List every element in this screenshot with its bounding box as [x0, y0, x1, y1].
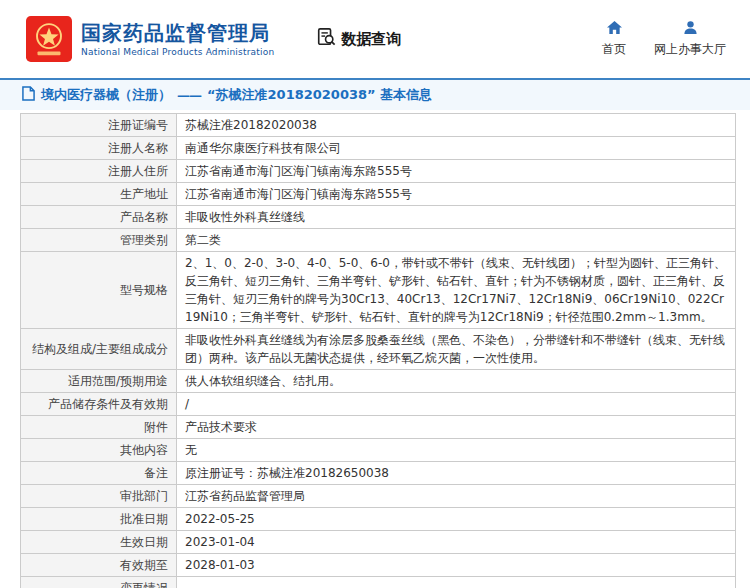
row-label-text: 产品储存条件及有效期: [48, 397, 168, 411]
table-row: 变更情况: [21, 577, 736, 588]
row-label: 备注: [21, 462, 177, 485]
row-label: 批准日期: [21, 508, 177, 531]
header-nav: 首页 网上办事大厅: [602, 20, 734, 58]
table-row: 生产地址江苏省南通市海门区海门镇南海东路555号: [21, 183, 736, 206]
row-value: 非吸收性外科真丝缝线为有涂层多股桑蚕丝线（黑色、不染色），分带缝针和不带缝针（线…: [177, 329, 736, 370]
row-label-text: 适用范围/预期用途: [68, 374, 168, 388]
table-row: 有效期至2028-01-03: [21, 554, 736, 577]
row-value-text: 非吸收性外科真丝缝线: [185, 210, 305, 224]
table-row: 审批部门江苏省药品监督管理局: [21, 485, 736, 508]
table-row: 型号规格2、1、0、2-0、3-0、4-0、5-0、6-0，带针或不带针（线束、…: [21, 252, 736, 329]
row-label-text: 注册证编号: [108, 118, 168, 132]
row-label: 附件: [21, 416, 177, 439]
table-row: 注册人名称南通华尔康医疗科技有限公司: [21, 137, 736, 160]
row-value-text: /: [185, 397, 189, 411]
row-value-text: 2023-01-04: [185, 535, 255, 549]
row-value: 2022-05-25: [177, 508, 736, 531]
header: 国家药品监督管理局 National Medical Products Admi…: [0, 0, 750, 78]
row-label-text: 附件: [144, 420, 168, 434]
row-value-text: 2028-01-03: [185, 558, 255, 572]
row-label: 其他内容: [21, 439, 177, 462]
row-value-text: 非吸收性外科真丝缝线为有涂层多股桑蚕丝线（黑色、不染色），分带缝针和不带缝针（线…: [185, 333, 725, 365]
nmpa-logo-icon: [26, 16, 72, 62]
nav-home-label: 首页: [602, 41, 626, 58]
breadcrumb-category[interactable]: 境内医疗器械（注册）: [41, 86, 171, 104]
row-value-text: 无: [185, 443, 197, 457]
row-label: 审批部门: [21, 485, 177, 508]
row-value-text: 江苏省南通市海门区海门镇南海东路555号: [185, 187, 412, 201]
row-label-text: 结构及组成/主要组成成分: [32, 342, 168, 356]
row-label: 型号规格: [21, 252, 177, 329]
row-label: 注册人住所: [21, 160, 177, 183]
row-label-text: 有效期至: [120, 558, 168, 572]
row-value-text: 产品技术要求: [185, 420, 257, 434]
nav-service-hall-label: 网上办事大厅: [654, 41, 726, 58]
row-label: 生产地址: [21, 183, 177, 206]
row-label: 有效期至: [21, 554, 177, 577]
row-value-text: 2、1、0、2-0、3-0、4-0、5-0、6-0，带针或不带针（线束、无针线团…: [185, 256, 726, 324]
nav-home[interactable]: 首页: [602, 20, 626, 58]
data-query-icon: [316, 27, 336, 51]
row-label-text: 其他内容: [120, 443, 168, 457]
registration-table-wrap: 注册证编号苏械注准20182020038注册人名称南通华尔康医疗科技有限公司注册…: [0, 110, 750, 588]
row-label: 产品储存条件及有效期: [21, 393, 177, 416]
row-value: 2、1、0、2-0、3-0、4-0、5-0、6-0，带针或不带针（线束、无针线团…: [177, 252, 736, 329]
table-row: 产品名称非吸收性外科真丝缝线: [21, 206, 736, 229]
table-row: 产品储存条件及有效期/: [21, 393, 736, 416]
row-label: 变更情况: [21, 577, 177, 588]
row-value: 供人体软组织缝合、结扎用。: [177, 370, 736, 393]
table-row: 生效日期2023-01-04: [21, 531, 736, 554]
row-value: 产品技术要求: [177, 416, 736, 439]
table-row: 适用范围/预期用途供人体软组织缝合、结扎用。: [21, 370, 736, 393]
row-value: 第二类: [177, 229, 736, 252]
row-label-text: 型号规格: [120, 283, 168, 297]
row-label-text: 生效日期: [120, 535, 168, 549]
breadcrumb: 境内医疗器械（注册） —— “苏械注准20182020038” 基本信息: [0, 78, 750, 110]
row-label-text: 注册人名称: [108, 141, 168, 155]
row-value: 2028-01-03: [177, 554, 736, 577]
row-label: 生效日期: [21, 531, 177, 554]
row-value: 江苏省南通市海门区海门镇南海东路555号: [177, 183, 736, 206]
row-value: /: [177, 393, 736, 416]
row-value: 南通华尔康医疗科技有限公司: [177, 137, 736, 160]
agency-name-cn: 国家药品监督管理局: [81, 21, 274, 45]
row-value: 无: [177, 439, 736, 462]
row-value-text: 供人体软组织缝合、结扎用。: [185, 374, 341, 388]
row-label: 管理类别: [21, 229, 177, 252]
row-value: 2023-01-04: [177, 531, 736, 554]
row-label: 注册证编号: [21, 114, 177, 137]
table-row: 批准日期2022-05-25: [21, 508, 736, 531]
row-label-text: 批准日期: [120, 512, 168, 526]
row-value: 江苏省南通市海门区海门镇南海东路555号: [177, 160, 736, 183]
table-row: 注册证编号苏械注准20182020038: [21, 114, 736, 137]
registration-table: 注册证编号苏械注准20182020038注册人名称南通华尔康医疗科技有限公司注册…: [20, 113, 736, 588]
data-query-label: 数据查询: [341, 30, 401, 49]
row-label-text: 管理类别: [120, 233, 168, 247]
row-value: 苏械注准20182020038: [177, 114, 736, 137]
home-icon: [606, 20, 623, 38]
nav-service-hall[interactable]: 网上办事大厅: [654, 20, 726, 58]
table-row: 其他内容无: [21, 439, 736, 462]
row-label: 产品名称: [21, 206, 177, 229]
row-label-text: 审批部门: [120, 489, 168, 503]
row-label-text: 变更情况: [120, 581, 168, 588]
row-value-text: 第二类: [185, 233, 221, 247]
row-label: 注册人名称: [21, 137, 177, 160]
row-value-text: 南通华尔康医疗科技有限公司: [185, 141, 341, 155]
agency-title-block: 国家药品监督管理局 National Medical Products Admi…: [81, 21, 274, 57]
table-row: 附件产品技术要求: [21, 416, 736, 439]
row-label-text: 产品名称: [120, 210, 168, 224]
person-icon: [683, 20, 698, 38]
row-label-text: 备注: [144, 466, 168, 480]
row-value: 非吸收性外科真丝缝线: [177, 206, 736, 229]
row-label-text: 生产地址: [120, 187, 168, 201]
row-value-text: 江苏省药品监督管理局: [185, 489, 305, 503]
table-row: 备注原注册证号：苏械注准20182650038: [21, 462, 736, 485]
row-label: 结构及组成/主要组成成分: [21, 329, 177, 370]
row-value: 原注册证号：苏械注准20182650038: [177, 462, 736, 485]
row-label: 适用范围/预期用途: [21, 370, 177, 393]
row-value-text: 2022-05-25: [185, 512, 255, 526]
table-row: 结构及组成/主要组成成分非吸收性外科真丝缝线为有涂层多股桑蚕丝线（黑色、不染色）…: [21, 329, 736, 370]
data-query-link[interactable]: 数据查询: [316, 27, 401, 51]
row-value: 江苏省药品监督管理局: [177, 485, 736, 508]
